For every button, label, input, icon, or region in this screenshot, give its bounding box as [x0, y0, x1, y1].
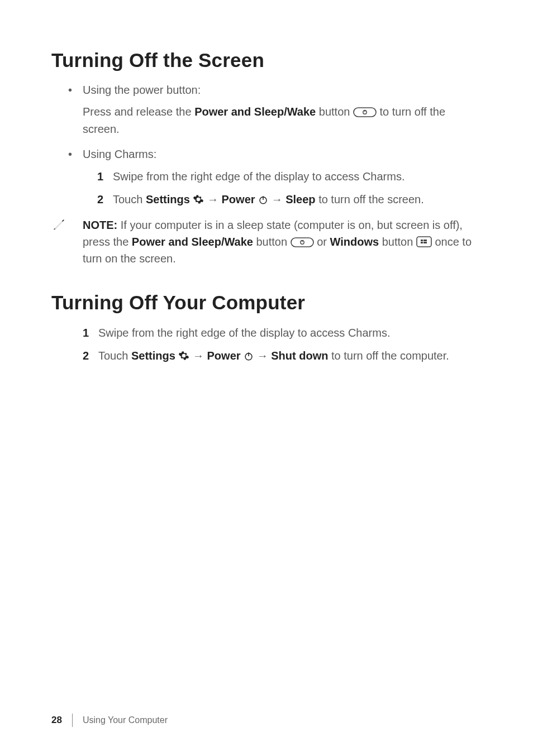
step-item: Swipe from the right edge of the display…: [97, 168, 482, 186]
bold-text: Shut down: [271, 350, 328, 362]
power-icon: [258, 195, 268, 205]
heading-turning-off-screen: Turning Off the Screen: [51, 49, 482, 71]
step-item: Touch Settings → Power → Sleep to turn o…: [97, 190, 482, 209]
bold-text: Power: [222, 193, 259, 205]
bold-text: Sleep: [285, 193, 315, 205]
step-item: Touch Settings → Power → Shut down to tu…: [83, 347, 482, 365]
footer-chapter: Using Your Computer: [83, 715, 168, 725]
settings-gear-icon: [193, 194, 204, 205]
note-text: NOTE: If your computer is in a sleep sta…: [83, 219, 472, 265]
bold-text: Settings: [146, 193, 193, 205]
steps-list: Swipe from the right edge of the display…: [83, 168, 482, 209]
bullet-item-charms: Using Charms: Swipe from the right edge …: [68, 146, 482, 209]
bold-text: Power and Sleep/Wake: [132, 236, 253, 248]
page-number: 28: [51, 715, 62, 726]
bold-text: Windows: [330, 236, 379, 248]
page-footer: 28 Using Your Computer: [51, 714, 482, 727]
step-item: Swipe from the right edge of the display…: [83, 324, 482, 342]
steps-list: Swipe from the right edge of the display…: [51, 324, 482, 365]
svg-rect-11: [421, 242, 423, 243]
bullet-list: Using the power button: Press and releas…: [51, 82, 482, 209]
note-block: NOTE: If your computer is in a sleep sta…: [51, 217, 482, 267]
bold-text: Power: [207, 350, 244, 362]
bullet-item-power-button: Using the power button: Press and releas…: [68, 82, 482, 138]
svg-rect-9: [421, 240, 423, 241]
page-container: Turning Off the Screen Using the power b…: [0, 0, 533, 756]
power-icon: [244, 351, 254, 361]
section-turning-off-screen: Turning Off the Screen Using the power b…: [51, 49, 482, 267]
bullet-lead: Using Charms:: [83, 148, 156, 160]
note-icon: [51, 218, 66, 232]
svg-rect-12: [423, 242, 427, 243]
section-turning-off-computer: Turning Off Your Computer Swipe from the…: [51, 291, 482, 365]
svg-rect-10: [423, 240, 427, 241]
bold-text: NOTE:: [83, 219, 117, 231]
heading-turning-off-computer: Turning Off Your Computer: [51, 291, 482, 314]
svg-rect-0: [354, 108, 376, 117]
power-sleep-button-icon: [291, 237, 314, 247]
bullet-lead: Using the power button:: [83, 84, 201, 96]
bullet-paragraph: Press and release the Power and Sleep/Wa…: [83, 103, 482, 138]
settings-gear-icon: [178, 350, 189, 361]
svg-rect-5: [291, 238, 313, 247]
windows-button-icon: [416, 236, 432, 247]
bold-text: Power and Sleep/Wake: [194, 106, 316, 118]
bold-text: Settings: [131, 350, 178, 362]
footer-divider: [72, 714, 73, 727]
power-sleep-button-icon: [353, 107, 377, 117]
